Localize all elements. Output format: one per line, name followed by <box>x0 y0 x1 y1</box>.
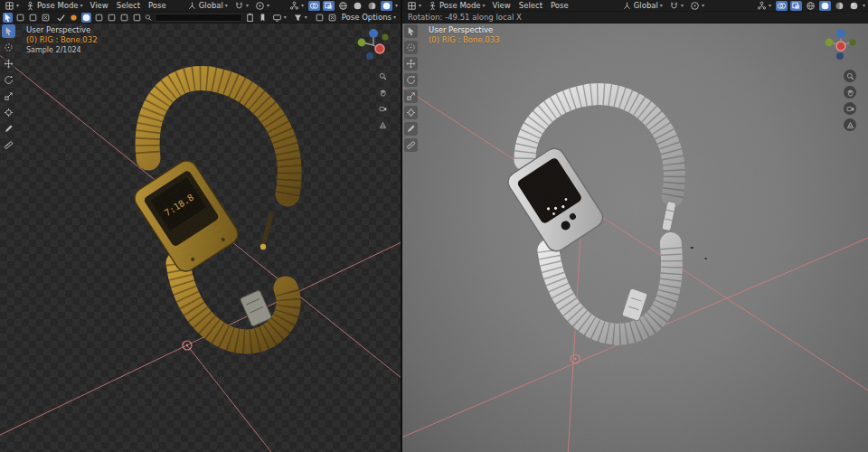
header-toggle-7[interactable] <box>327 13 337 23</box>
auto-key-toggle[interactable] <box>56 13 66 23</box>
viewport-noise-overlay <box>402 23 868 452</box>
active-tool-button[interactable] <box>3 13 13 23</box>
gizmo-negative-z-axis[interactable] <box>366 52 373 60</box>
gizmo-negative-y-axis[interactable] <box>382 33 388 40</box>
left-viewport-canvas[interactable]: 7:18.8 User Perspective (0) RIG : Bone.0… <box>0 23 401 452</box>
toggle-perspective-button[interactable] <box>844 118 856 131</box>
header-toggle-1[interactable] <box>81 13 91 23</box>
scale-icon <box>4 91 14 101</box>
tool-move[interactable] <box>404 57 418 71</box>
chevron-down-icon[interactable]: ▾ <box>863 0 865 11</box>
navigation-gizmo[interactable] <box>355 27 392 63</box>
gizmo-x-axis[interactable] <box>375 44 384 53</box>
clipboard-button[interactable] <box>245 13 255 23</box>
tool-select-box[interactable] <box>404 24 418 38</box>
tool-move[interactable] <box>2 57 15 71</box>
pan-button[interactable] <box>376 86 389 99</box>
gizmo-z-axis[interactable] <box>369 29 378 38</box>
select-mode-subtract-button[interactable] <box>41 13 51 23</box>
proportional-edit-dropdown[interactable]: ▾ <box>688 0 706 11</box>
chevron-down-icon[interactable]: ▾ <box>395 0 398 11</box>
select-mode-set-button[interactable] <box>15 13 25 23</box>
tool-annotate[interactable] <box>2 122 15 136</box>
menu-view[interactable]: View <box>88 0 111 11</box>
tool-transform[interactable] <box>404 106 418 119</box>
show-overlays-toggle[interactable] <box>776 1 788 11</box>
shading-wireframe-button[interactable] <box>337 1 349 11</box>
editor-type-button[interactable]: ▾ <box>3 0 21 11</box>
gizmo-y-axis[interactable] <box>358 39 366 47</box>
pose-options-dropdown[interactable]: Pose Options▾ <box>340 12 398 23</box>
search-field[interactable] <box>155 14 242 22</box>
header-toggle-4[interactable] <box>119 13 129 23</box>
menu-select[interactable]: Select <box>516 0 545 11</box>
tool-transform[interactable] <box>2 106 15 119</box>
toggle-square-icon <box>327 13 337 23</box>
tool-annotate[interactable] <box>404 122 418 136</box>
header-toggle-2[interactable] <box>94 13 104 23</box>
header-toggle-5[interactable] <box>132 13 142 23</box>
tool-measure[interactable] <box>404 138 418 152</box>
shading-material-button[interactable] <box>366 1 378 11</box>
gizmos-dropdown[interactable]: ▾ <box>288 0 306 11</box>
menu-pose[interactable]: Pose <box>548 0 571 11</box>
header-toggle-6[interactable] <box>315 13 325 23</box>
transform-orientation-dropdown[interactable]: Global▾ <box>185 0 230 11</box>
editor-type-button[interactable]: ▾ <box>405 0 423 11</box>
display-mode-dropdown[interactable]: ▾ <box>270 12 288 23</box>
shading-solid-button[interactable] <box>819 1 831 11</box>
tool-rotate[interactable] <box>404 73 418 87</box>
hand-icon <box>846 89 854 97</box>
shading-wireframe-button[interactable] <box>805 1 816 11</box>
chevron-down-icon: ▾ <box>483 0 486 11</box>
tool-cursor[interactable] <box>404 41 418 54</box>
gizmo-y-axis[interactable] <box>826 39 834 47</box>
xray-toggle[interactable] <box>323 1 335 11</box>
right-scene-render <box>402 23 868 452</box>
menu-select[interactable]: Select <box>114 0 143 11</box>
gizmo-z-axis[interactable] <box>836 29 845 38</box>
tool-measure[interactable] <box>2 138 15 152</box>
left-nav-buttons <box>376 70 389 131</box>
chevron-down-icon: ▾ <box>225 0 228 11</box>
shading-rendered-button[interactable] <box>848 1 860 11</box>
camera-view-button[interactable] <box>844 102 856 115</box>
header-toggle-3[interactable] <box>107 13 117 23</box>
show-overlays-toggle[interactable] <box>308 1 320 11</box>
chevron-down-icon: ▾ <box>702 0 704 11</box>
zoom-button[interactable] <box>376 70 389 82</box>
pan-button[interactable] <box>844 86 856 99</box>
select-mode-extend-button[interactable] <box>28 13 38 23</box>
pose-options-label: Pose Options <box>342 12 392 23</box>
snapping-dropdown[interactable]: ▾ <box>232 0 250 11</box>
tool-scale[interactable] <box>2 89 15 103</box>
gizmo-negative-z-axis[interactable] <box>836 52 844 60</box>
tool-scale[interactable] <box>404 89 418 103</box>
chevron-down-icon: ▾ <box>660 0 663 11</box>
tool-cursor[interactable] <box>2 41 15 54</box>
camera-view-button[interactable] <box>376 102 389 115</box>
transform-orientation-dropdown[interactable]: Global▾ <box>620 0 665 11</box>
shading-solid-button[interactable] <box>352 1 363 11</box>
right-viewport-canvas[interactable]: User Perspective (0) RIG : Bone.033 <box>402 23 868 452</box>
xray-toggle[interactable] <box>790 1 802 11</box>
tool-select-box[interactable] <box>2 24 15 38</box>
shading-rendered-button[interactable] <box>381 1 392 11</box>
gizmos-dropdown[interactable]: ▾ <box>755 0 773 11</box>
toggle-perspective-button[interactable] <box>376 118 389 131</box>
menu-pose[interactable]: Pose <box>146 0 169 11</box>
menu-view[interactable]: View <box>490 0 514 11</box>
shading-material-button[interactable] <box>834 1 845 11</box>
mode-dropdown[interactable]: Pose Mode▾ <box>24 0 85 11</box>
chevron-down-icon: ▾ <box>301 0 304 11</box>
gizmo-x-axis[interactable] <box>836 42 845 51</box>
navigation-gizmo[interactable] <box>823 27 859 63</box>
tool-rotate[interactable] <box>2 73 15 87</box>
filter-dropdown[interactable]: ▾ <box>291 12 309 23</box>
snapping-dropdown[interactable]: ▾ <box>667 0 685 11</box>
proportional-edit-dropdown[interactable]: ▾ <box>253 0 271 11</box>
bookmark-button[interactable] <box>258 13 268 23</box>
zoom-button[interactable] <box>844 70 856 82</box>
mode-dropdown[interactable]: Pose Mode▾ <box>426 0 487 11</box>
gizmo-negative-y-axis[interactable] <box>849 39 855 45</box>
